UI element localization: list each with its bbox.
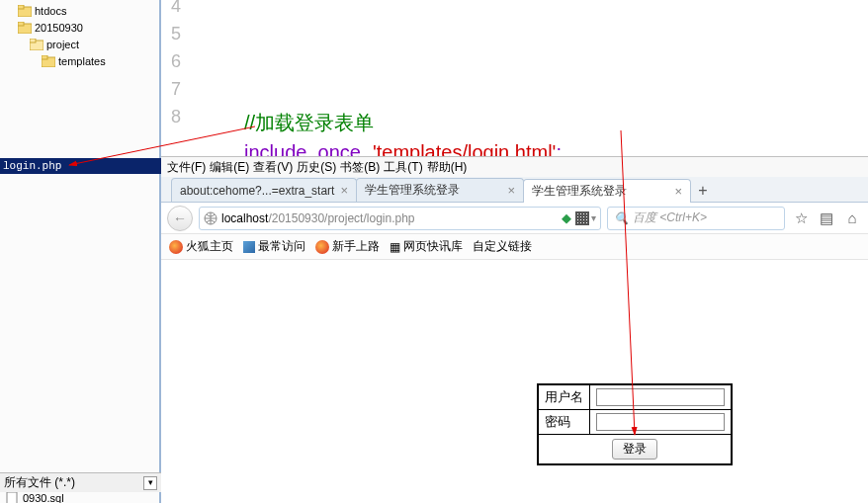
- menu-history[interactable]: 历史(S): [297, 159, 336, 176]
- folder-icon: [42, 55, 55, 67]
- url-host: localhost: [221, 211, 268, 225]
- svg-rect-1: [18, 5, 24, 9]
- svg-rect-7: [42, 55, 47, 59]
- home-icon[interactable]: ⌂: [842, 209, 862, 228]
- folder-open-icon: [30, 39, 43, 50]
- address-bar: ← localhost/20150930/project/login.php ◆…: [161, 203, 868, 234]
- search-placeholder: 百度 <Ctrl+K>: [633, 210, 707, 226]
- menu-file[interactable]: 文件(F): [167, 159, 206, 176]
- url-input[interactable]: localhost/20150930/project/login.php ◆ ▾: [199, 207, 601, 230]
- page-content: 用户名 密码 登录: [161, 260, 868, 503]
- file-item[interactable]: 0930.sql: [6, 492, 64, 503]
- url-path: /20150930/project/login.php: [268, 211, 414, 225]
- bookmark-item[interactable]: 自定义链接: [473, 238, 532, 255]
- folder-icon: [18, 5, 32, 17]
- line-gutter: 4 5 6 7 8: [161, 0, 185, 158]
- file-label: 0930.sql: [23, 492, 64, 503]
- chevron-down-icon[interactable]: ▾: [143, 476, 157, 490]
- firefox-icon: [315, 240, 329, 254]
- svg-rect-3: [18, 22, 24, 26]
- code-content[interactable]: //加载登录表单 include_once 'templates/login.h…: [185, 0, 562, 158]
- browser-tab[interactable]: 学生管理系统登录×: [356, 178, 524, 202]
- window-icon: [243, 241, 255, 253]
- browser-window: 文件(F) 编辑(E) 查看(V) 历史(S) 书签(B) 工具(T) 帮助(H…: [161, 156, 868, 503]
- menu-edit[interactable]: 编辑(E): [210, 159, 249, 176]
- tree-label: project: [46, 39, 79, 50]
- bookmarks-toolbar: 火狐主页 最常访问 新手上路 ▦网页快讯库 自定义链接: [161, 234, 868, 260]
- globe-icon: [204, 211, 217, 225]
- tab-title: 学生管理系统登录: [365, 182, 460, 199]
- login-form: 用户名 密码 登录: [537, 383, 733, 465]
- chevron-down-icon[interactable]: ▾: [591, 212, 596, 223]
- svg-rect-5: [30, 39, 36, 42]
- tree-folder[interactable]: templates: [6, 52, 159, 69]
- menu-help[interactable]: 帮助(H): [427, 159, 468, 176]
- browser-tab[interactable]: about:cehome?...=extra_start×: [171, 178, 357, 202]
- close-icon[interactable]: ×: [674, 184, 682, 199]
- new-tab-button[interactable]: +: [690, 180, 716, 202]
- tree-folder[interactable]: 20150930: [6, 19, 159, 36]
- back-button[interactable]: ←: [167, 206, 193, 231]
- search-icon: 🔍: [614, 211, 629, 225]
- bookmark-item[interactable]: 最常访问: [243, 238, 305, 255]
- close-icon[interactable]: ×: [340, 183, 348, 198]
- file-explorer-sidebar: htdocs 20150930 project templates login.…: [0, 0, 161, 503]
- filetype-filter[interactable]: 所有文件 (*.*) ▾: [0, 472, 161, 492]
- bookmark-item[interactable]: 新手上路: [315, 238, 380, 255]
- search-input[interactable]: 🔍 百度 <Ctrl+K>: [607, 207, 785, 230]
- qr-icon[interactable]: [575, 211, 589, 225]
- tab-strip: about:cehome?...=extra_start× 学生管理系统登录× …: [161, 177, 868, 203]
- bookmark-item[interactable]: 火狐主页: [169, 238, 233, 255]
- svg-rect-8: [7, 492, 17, 503]
- folder-icon: [18, 22, 32, 34]
- bookmarks-icon[interactable]: ▤: [817, 209, 836, 228]
- bookmark-item[interactable]: ▦网页快讯库: [390, 238, 463, 255]
- tree-label: htdocs: [35, 5, 66, 17]
- tab-title: about:cehome?...=extra_start: [180, 184, 334, 198]
- password-input[interactable]: [596, 413, 725, 431]
- filetype-filter-label: 所有文件 (*.*): [4, 474, 75, 491]
- tab-title: 学生管理系统登录: [532, 183, 627, 200]
- login-button[interactable]: 登录: [612, 439, 657, 460]
- tree-folder[interactable]: project: [6, 36, 159, 52]
- star-icon[interactable]: ☆: [791, 209, 811, 228]
- tree-label: templates: [58, 55, 106, 67]
- browser-menubar[interactable]: 文件(F) 编辑(E) 查看(V) 历史(S) 书签(B) 工具(T) 帮助(H…: [161, 157, 868, 177]
- selected-file[interactable]: login.php: [0, 158, 161, 174]
- code-editor[interactable]: 4 5 6 7 8 //加载登录表单 include_once 'templat…: [161, 0, 868, 158]
- menu-tools[interactable]: 工具(T): [384, 159, 422, 176]
- browser-tab-active[interactable]: 学生管理系统登录×: [523, 179, 691, 203]
- username-input[interactable]: [596, 388, 725, 406]
- password-label: 密码: [539, 410, 590, 435]
- close-icon[interactable]: ×: [507, 183, 515, 198]
- tree-label: 20150930: [35, 22, 83, 34]
- username-label: 用户名: [539, 385, 590, 410]
- rss-icon: ▦: [390, 240, 400, 254]
- folder-tree[interactable]: htdocs 20150930 project templates: [0, 0, 159, 69]
- tree-folder[interactable]: htdocs: [6, 2, 159, 19]
- menu-bookmarks[interactable]: 书签(B): [340, 159, 380, 176]
- menu-view[interactable]: 查看(V): [253, 159, 293, 176]
- firefox-icon: [169, 240, 183, 254]
- shield-icon[interactable]: ◆: [562, 210, 571, 225]
- file-icon: [6, 492, 20, 503]
